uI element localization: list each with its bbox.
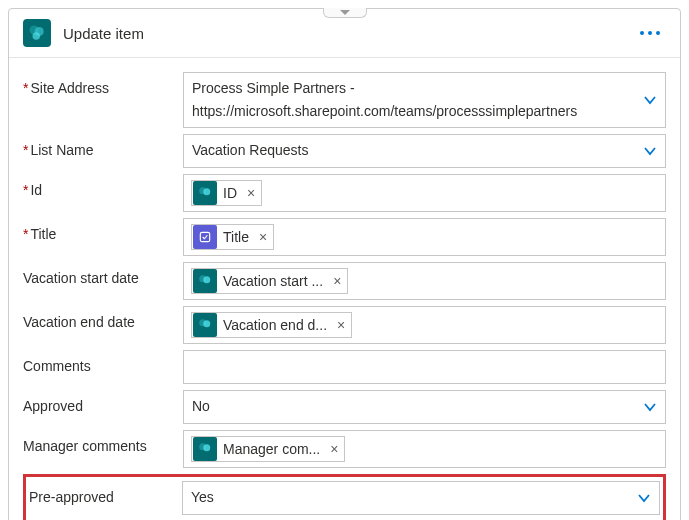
- sharepoint-icon: [23, 19, 51, 47]
- label-id: Id: [23, 174, 183, 198]
- token-id-text: ID: [223, 185, 241, 201]
- card-body: Site Address Process Simple Partners - h…: [9, 58, 680, 520]
- token-vacation-end-text: Vacation end d...: [223, 317, 331, 333]
- label-pre-approved: Pre-approved: [29, 481, 182, 505]
- approval-icon: [193, 225, 217, 249]
- row-approved: Approved No: [23, 390, 666, 424]
- approved-value: No: [190, 395, 659, 418]
- row-id: Id ID ×: [23, 174, 666, 212]
- svg-point-4: [203, 188, 210, 195]
- label-list-name: List Name: [23, 134, 183, 158]
- label-vacation-end: Vacation end date: [23, 306, 183, 330]
- input-approved[interactable]: No: [183, 390, 666, 424]
- token-title[interactable]: Title ×: [191, 224, 274, 250]
- svg-point-9: [203, 320, 210, 327]
- token-vacation-end[interactable]: Vacation end d... ×: [191, 312, 352, 338]
- row-list-name: List Name Vacation Requests: [23, 134, 666, 168]
- row-comments: Comments: [23, 350, 666, 384]
- svg-point-11: [203, 444, 210, 451]
- site-address-line1: Process Simple Partners -: [190, 77, 659, 100]
- input-manager-comments[interactable]: Manager com... ×: [183, 430, 666, 468]
- label-comments: Comments: [23, 350, 183, 374]
- input-comments[interactable]: [183, 350, 666, 384]
- token-vacation-start[interactable]: Vacation start ... ×: [191, 268, 348, 294]
- label-approved: Approved: [23, 390, 183, 414]
- sharepoint-icon: [193, 181, 217, 205]
- row-site-address: Site Address Process Simple Partners - h…: [23, 72, 666, 128]
- token-remove-button[interactable]: ×: [324, 441, 344, 457]
- svg-point-2: [33, 32, 41, 40]
- token-id[interactable]: ID ×: [191, 180, 262, 206]
- token-manager-comments-text: Manager com...: [223, 441, 324, 457]
- input-site-address[interactable]: Process Simple Partners - https://micros…: [183, 72, 666, 128]
- row-vacation-end: Vacation end date Vacation end d... ×: [23, 306, 666, 344]
- row-title: Title Title ×: [23, 218, 666, 256]
- label-vacation-start: Vacation start date: [23, 262, 183, 286]
- card-title: Update item: [63, 25, 634, 42]
- token-vacation-start-text: Vacation start ...: [223, 273, 327, 289]
- pre-approved-value: Yes: [189, 486, 653, 509]
- label-manager-comments: Manager comments: [23, 430, 183, 454]
- update-item-card: Update item Site Address Process Simple …: [8, 8, 681, 520]
- token-remove-button[interactable]: ×: [327, 273, 347, 289]
- input-vacation-end[interactable]: Vacation end d... ×: [183, 306, 666, 344]
- label-title: Title: [23, 218, 183, 242]
- row-vacation-start: Vacation start date Vacation start ... ×: [23, 262, 666, 300]
- input-pre-approved[interactable]: Yes: [182, 481, 660, 515]
- row-manager-comments: Manager comments Manager com... ×: [23, 430, 666, 468]
- input-vacation-start[interactable]: Vacation start ... ×: [183, 262, 666, 300]
- svg-rect-5: [200, 232, 209, 241]
- sharepoint-icon: [193, 437, 217, 461]
- sharepoint-icon: [193, 313, 217, 337]
- more-menu-button[interactable]: [634, 21, 666, 45]
- label-site-address: Site Address: [23, 72, 183, 96]
- token-manager-comments[interactable]: Manager com... ×: [191, 436, 345, 462]
- list-name-value: Vacation Requests: [190, 139, 659, 162]
- highlight-pre-approved: Pre-approved Yes: [23, 474, 666, 520]
- token-remove-button[interactable]: ×: [253, 229, 273, 245]
- input-list-name[interactable]: Vacation Requests: [183, 134, 666, 168]
- input-id[interactable]: ID ×: [183, 174, 666, 212]
- input-title[interactable]: Title ×: [183, 218, 666, 256]
- collapse-tab[interactable]: [323, 8, 367, 18]
- site-address-line2: https://microsoft.sharepoint.com/teams/p…: [190, 100, 659, 123]
- svg-point-7: [203, 276, 210, 283]
- sharepoint-icon: [193, 269, 217, 293]
- row-pre-approved: Pre-approved Yes: [29, 481, 660, 515]
- token-title-text: Title: [223, 229, 253, 245]
- token-remove-button[interactable]: ×: [241, 185, 261, 201]
- token-remove-button[interactable]: ×: [331, 317, 351, 333]
